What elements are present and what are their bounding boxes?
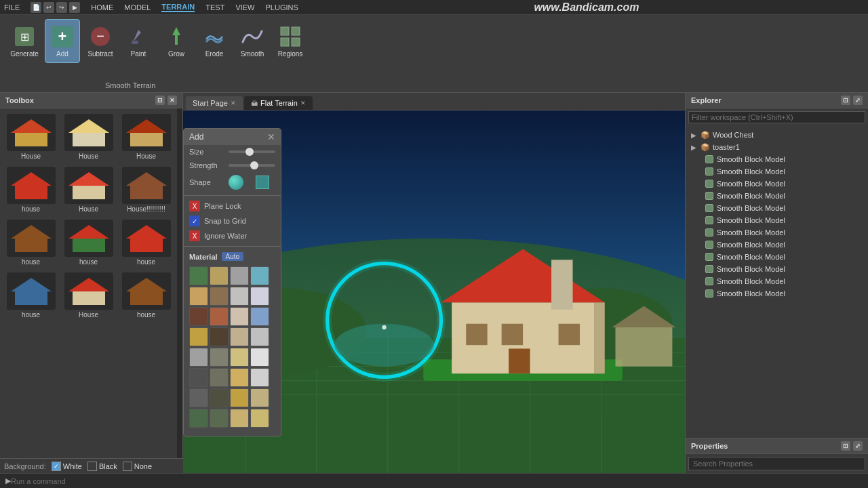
topbar-icon-1[interactable]: 📄: [31, 2, 41, 13]
mat-13[interactable]: [210, 327, 229, 346]
mat-5[interactable]: [210, 287, 229, 306]
viewport-canvas[interactable]: Add ✕ Size Strength: [183, 110, 685, 473]
properties-pin-icon[interactable]: ⊡: [841, 441, 850, 451]
mat-26[interactable]: [230, 388, 249, 407]
tree-item-model-8[interactable]: Smooth Block Model: [702, 251, 865, 263]
mat-27[interactable]: [250, 388, 269, 407]
mat-11[interactable]: [250, 307, 269, 326]
tree-item-model-6[interactable]: Smooth Block Model: [702, 226, 865, 239]
tree-item-model-9[interactable]: Smooth Block Model: [702, 263, 865, 275]
add-dialog-close[interactable]: ✕: [267, 131, 275, 142]
tree-item-toaster1[interactable]: ▶ 📦 toaster1: [688, 141, 865, 153]
tree-item-model-1[interactable]: Smooth Block Model: [702, 165, 865, 178]
mat-9[interactable]: [210, 307, 229, 326]
tree-item-model-2[interactable]: Smooth Block Model: [702, 178, 865, 190]
tab-start-page-close[interactable]: ✕: [231, 100, 236, 106]
menu-terrain[interactable]: TERRAIN: [161, 3, 195, 12]
mat-3[interactable]: [250, 266, 269, 285]
tree-item-model-5[interactable]: Smooth Block Model: [702, 214, 865, 226]
tree-item-model-4[interactable]: Smooth Block Model: [702, 202, 865, 214]
mat-31[interactable]: [250, 409, 269, 428]
mat-22[interactable]: [230, 368, 249, 387]
toolbox-close-icon[interactable]: ✕: [167, 96, 177, 105]
tool-erode[interactable]: Erode: [197, 19, 232, 63]
mat-28[interactable]: [189, 409, 208, 428]
size-slider[interactable]: [229, 150, 275, 153]
mat-20[interactable]: [189, 368, 208, 387]
search-properties-input[interactable]: [688, 457, 865, 470]
mat-12[interactable]: [189, 327, 208, 346]
plane-lock-toggle[interactable]: X Plane Lock: [184, 199, 281, 214]
bg-white-option[interactable]: ✓ White: [52, 462, 82, 471]
list-item[interactable]: house: [3, 217, 59, 268]
mat-6[interactable]: [230, 287, 249, 306]
mat-15[interactable]: [250, 327, 269, 346]
tree-item-model-3[interactable]: Smooth Block Model: [702, 190, 865, 202]
tab-flat-terrain-close[interactable]: ✕: [300, 100, 306, 106]
mat-29[interactable]: [210, 409, 229, 428]
mat-23[interactable]: [250, 368, 269, 387]
tool-subtract[interactable]: − Subtract: [83, 19, 118, 63]
mat-18[interactable]: [230, 348, 249, 367]
explorer-expand-icon[interactable]: ⤢: [853, 96, 863, 105]
list-item[interactable]: house: [60, 217, 117, 268]
shape-cube-button[interactable]: [256, 176, 269, 189]
tree-item-model-0[interactable]: Smooth Block Model: [702, 153, 865, 165]
tool-grow[interactable]: Grow: [159, 19, 194, 63]
list-item[interactable]: House: [118, 111, 174, 163]
toolbox-pin-icon[interactable]: ⊡: [155, 96, 165, 105]
tool-smooth[interactable]: Smooth: [235, 19, 270, 63]
menu-file[interactable]: FILE: [4, 3, 20, 12]
tree-item-model-7[interactable]: Smooth Block Model: [702, 239, 865, 251]
mat-1[interactable]: [210, 266, 229, 285]
list-item[interactable]: House: [60, 270, 117, 321]
tab-flat-terrain[interactable]: 🏔 Flat Terrain ✕: [244, 96, 313, 110]
mat-16[interactable]: [189, 348, 208, 367]
explorer-filter-input[interactable]: [688, 111, 865, 123]
mat-25[interactable]: [210, 388, 229, 407]
menu-view[interactable]: VIEW: [235, 3, 254, 12]
list-item[interactable]: House: [3, 111, 59, 163]
explorer-pin-icon[interactable]: ⊡: [841, 96, 850, 105]
menu-test[interactable]: TEST: [205, 3, 224, 12]
menu-home[interactable]: HOME: [91, 3, 113, 12]
toolbox-scrollbar[interactable]: [177, 108, 182, 458]
bg-black-option[interactable]: Black: [87, 462, 117, 471]
list-item[interactable]: House!!!!!!!!!!: [118, 164, 174, 216]
bg-none-option[interactable]: None: [123, 462, 152, 471]
mat-4[interactable]: [189, 287, 208, 306]
tree-item-wood-chest[interactable]: ▶ 📦 Wood Chest: [688, 129, 865, 141]
mat-10[interactable]: [230, 307, 249, 326]
tool-add[interactable]: + Add: [45, 19, 80, 63]
mat-8[interactable]: [189, 307, 208, 326]
menu-model[interactable]: MODEL: [124, 3, 151, 12]
topbar-icon-4[interactable]: ▶: [69, 2, 80, 13]
list-item[interactable]: house: [118, 270, 174, 321]
list-item[interactable]: house: [118, 217, 174, 268]
size-thumb[interactable]: [245, 148, 254, 156]
mat-30[interactable]: [230, 409, 249, 428]
strength-thumb[interactable]: [250, 161, 258, 169]
command-input[interactable]: [11, 477, 146, 485]
menu-plugins[interactable]: PLUGINS: [266, 3, 298, 12]
properties-expand-icon[interactable]: ⤢: [853, 441, 863, 451]
tool-paint[interactable]: Paint: [121, 19, 156, 63]
shape-sphere-button[interactable]: [229, 175, 243, 190]
tree-item-model-11[interactable]: Smooth Block Model: [702, 287, 865, 300]
tool-regions[interactable]: Regions: [273, 19, 308, 63]
mat-2[interactable]: [230, 266, 249, 285]
list-item[interactable]: house: [3, 164, 59, 216]
strength-slider[interactable]: [229, 164, 275, 167]
list-item[interactable]: house: [3, 270, 59, 321]
tool-generate[interactable]: ⊞ Generate: [7, 19, 42, 63]
mat-0[interactable]: [189, 266, 208, 285]
mat-14[interactable]: [230, 327, 249, 346]
ignore-water-toggle[interactable]: X Ignore Water: [184, 228, 281, 243]
list-item[interactable]: House: [60, 111, 117, 163]
tab-start-page[interactable]: Start Page ✕: [186, 96, 243, 110]
snap-to-grid-toggle[interactable]: ✓ Snap to Grid: [184, 214, 281, 228]
mat-21[interactable]: [210, 368, 229, 387]
topbar-icon-2[interactable]: ↩: [43, 2, 54, 13]
mat-7[interactable]: [250, 287, 269, 306]
list-item[interactable]: House: [60, 164, 117, 216]
